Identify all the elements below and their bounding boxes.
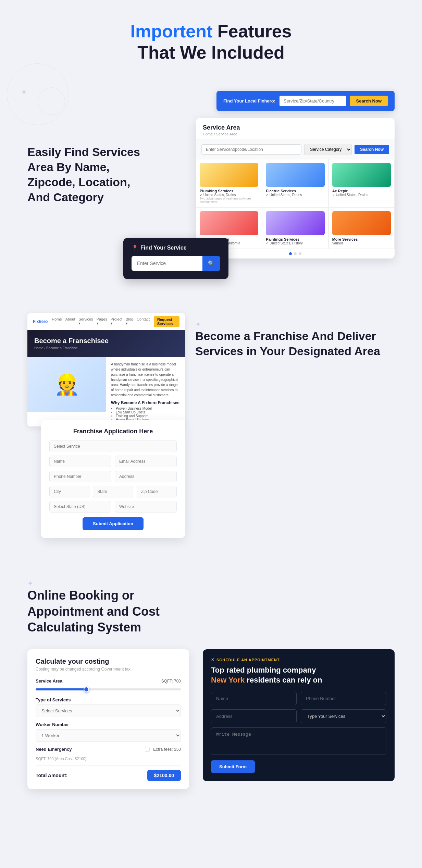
appointment-card: ✕ SCHEDULE AN APPOINTMENT Top rated plum… [203, 649, 395, 781]
booking-intro: ✦ Online Booking or Appointment and Cost… [27, 579, 395, 636]
type-services-label: Type of Services [36, 697, 181, 702]
page-header: Importent FeaturesThat We Included [0, 0, 422, 77]
search-label: Find Your Local Fixhero: [223, 98, 275, 104]
website-input[interactable] [115, 501, 177, 513]
franchise-text: A handyman franchise is a business model… [106, 357, 185, 426]
service-title-3: Ac Repir [332, 189, 391, 193]
find-service-widget: 📍 Find Your Service 🔍 [123, 238, 228, 279]
service-title-1: Plumbing Services [200, 189, 258, 193]
franchise-right: ✦ Become a Franchise And Deliver Service… [195, 313, 395, 365]
deco-circle-2 [38, 87, 65, 115]
worker-number-select[interactable]: 1 Worker [36, 729, 181, 742]
select-service-group [49, 441, 177, 452]
franchise-breadcrumb: Home / Become a Franchise [34, 346, 178, 350]
emergency-fee: Extra fees: $50 [153, 747, 181, 752]
total-row: Total Amount: $2100.00 [36, 765, 181, 781]
widget-search-button[interactable]: 🔍 [202, 256, 220, 271]
widget-search-row: 🔍 [132, 256, 220, 271]
emergency-checkbox[interactable] [145, 747, 150, 752]
find-services-visuals: Find Your Local Fixhero: Search Now Serv… [164, 91, 395, 258]
select-service-input[interactable] [49, 441, 177, 452]
pin-icon: 📍 [132, 245, 138, 251]
booking-calc-wrapper: Calculate your costing Costing may be ch… [27, 649, 189, 789]
phone-input[interactable] [49, 471, 111, 482]
booking-content: Calculate your costing Costing may be ch… [27, 649, 395, 789]
name-input[interactable] [49, 456, 111, 467]
total-amount: $2100.00 [147, 770, 181, 781]
dot-3[interactable] [299, 252, 301, 255]
franchise-hero: Become a Franschisee Home / Become a Fra… [27, 330, 185, 357]
service-meta-1b: Two advantages of real-time software dev… [200, 197, 258, 204]
zip-input[interactable] [137, 486, 177, 497]
service-meta-1: ✓ United States, Drains [200, 193, 258, 197]
type-services-select[interactable]: Select Services [36, 704, 181, 717]
x-icon: ✕ [211, 658, 214, 662]
service-meta-2: ✓ United States, Drains [266, 193, 324, 197]
booking-appointment-wrapper: ✕ SCHEDULE AN APPOINTMENT Top rated plum… [203, 649, 395, 781]
title-highlight: Importent [131, 21, 213, 41]
calc-card: Calculate your costing Costing may be ch… [27, 649, 189, 789]
request-services-btn[interactable]: Request Services [154, 316, 179, 327]
service-title-6: More Services [332, 237, 391, 241]
franchise-hero-title: Become a Franschisee [34, 337, 178, 345]
dot-1[interactable] [289, 252, 292, 255]
find-services-text: Easily Find Services Area By Name, Zipco… [27, 144, 144, 205]
search-now-button-2[interactable]: Search Now [355, 145, 389, 154]
service-img-construction [200, 211, 258, 235]
total-label: Total Amount: [36, 773, 67, 778]
appt-address-input[interactable] [211, 709, 297, 723]
dot-2[interactable] [294, 252, 297, 255]
app-card-title: Franchise Application Here [49, 428, 177, 435]
nav-links: Home About Services ▾ Pages ▾ Project ▾ … [52, 317, 150, 326]
booking-heading: Online Booking or Appointment and Cost C… [27, 588, 164, 636]
appt-name-phone-row [211, 692, 386, 705]
franchise-content: 👷 A handyman franchise is a business mod… [27, 357, 185, 426]
appt-submit-btn[interactable]: Submit Form [211, 760, 255, 773]
widget-search-input[interactable] [132, 256, 202, 271]
appt-message-textarea[interactable] [211, 727, 386, 755]
service-item-electric: Electric Services ✓ United States, Drain… [262, 159, 328, 207]
services-grid: Plumbing Services ✓ United States, Drain… [196, 159, 395, 249]
cost-note: SQFT: 700 (Area Cost: $2100) [36, 757, 181, 761]
service-title-2: Electric Services [266, 189, 324, 193]
select-state-input[interactable] [49, 501, 111, 513]
search-input-mockup[interactable] [280, 96, 346, 106]
service-img-extra [332, 211, 391, 235]
slider-track [36, 688, 181, 690]
category-select[interactable]: Service Category [304, 144, 352, 155]
search-now-button[interactable]: Search Now [350, 96, 388, 106]
service-area-search: Service Category Search Now [196, 140, 395, 159]
mockup-nav: Fixhero Home About Services ▾ Pages ▾ Pr… [27, 313, 185, 330]
service-img-electric [266, 163, 324, 187]
star-deco-1: ✦ [21, 87, 27, 97]
email-input[interactable] [115, 456, 177, 467]
city-state-zip-row [49, 486, 177, 497]
address-input[interactable] [115, 471, 177, 482]
appt-name-input[interactable] [211, 692, 297, 705]
submit-application-btn[interactable]: Submit Application [83, 517, 144, 530]
emergency-row: Need Emergency Extra fees: $50 [36, 747, 181, 752]
appt-service-select[interactable]: Type Your Services [301, 709, 386, 723]
service-item-plumbing: Plumbing Services ✓ United States, Drain… [196, 159, 262, 207]
service-search-input[interactable] [201, 144, 301, 155]
appt-badge: ✕ SCHEDULE AN APPOINTMENT [211, 658, 386, 662]
franchise-combined: Fixhero Home About Services ▾ Pages ▾ Pr… [27, 313, 395, 538]
franchise-para: A handyman franchise is a business model… [111, 362, 180, 398]
state-input[interactable] [93, 486, 133, 497]
widget-title: 📍 Find Your Service [132, 245, 220, 251]
service-meta-5: ✓ United States, History [266, 241, 324, 245]
calc-subtitle: Costing may be changed according Governm… [36, 667, 181, 672]
find-services-heading: Easily Find Services Area By Name, Zipco… [27, 144, 144, 205]
sqft-slider[interactable] [36, 688, 181, 690]
slider-fill [36, 688, 86, 690]
slider-thumb[interactable] [84, 687, 89, 692]
section-booking: ✦ Online Booking or Appointment and Cost… [0, 559, 422, 810]
service-item-extra: More Services Various [328, 207, 395, 249]
city-input[interactable] [49, 486, 89, 497]
name-email-row [49, 456, 177, 467]
service-meta-3: ✓ United States, Drains [332, 193, 391, 197]
service-area-title: Service Area [203, 124, 388, 131]
calc-service-area-row: Service Area SQFT: 700 [36, 678, 181, 684]
state-website-row [49, 501, 177, 513]
appt-phone-input[interactable] [301, 692, 386, 705]
